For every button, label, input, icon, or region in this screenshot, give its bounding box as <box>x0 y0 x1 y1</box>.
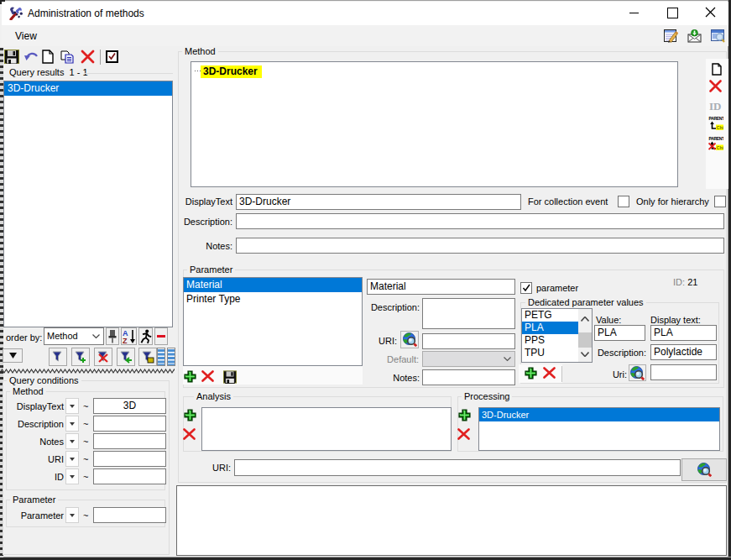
svg-text:PARENT: PARENT <box>709 116 724 121</box>
svg-text:Z: Z <box>123 337 128 344</box>
svg-text:Chi: Chi <box>717 145 723 150</box>
svg-text:PARENT: PARENT <box>709 136 724 141</box>
svg-text:Chi: Chi <box>717 125 723 130</box>
